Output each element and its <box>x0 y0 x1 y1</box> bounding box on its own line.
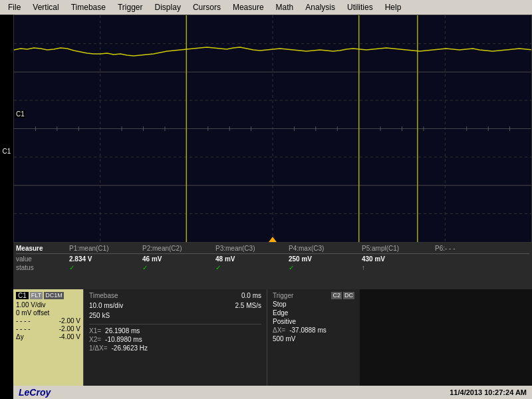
trig-source-row: Edge <box>273 309 354 317</box>
left-labels: C1 <box>0 15 13 399</box>
tb-perdiv-row: 10.0 ms/div 2.5 MS/s <box>89 302 261 309</box>
status-label: status <box>16 264 69 271</box>
ch-row3-value: -4.00 V <box>59 333 80 340</box>
trig-coupling-row: Positive <box>273 318 354 325</box>
vdiv-display: 1.00 V/div <box>16 301 80 309</box>
menu-trigger[interactable]: Trigger <box>112 1 148 13</box>
x2-value: -10.8980 ms <box>105 336 142 343</box>
menu-analysis[interactable]: Analysis <box>300 1 340 13</box>
p4-label: P4:max(C3) <box>289 245 362 252</box>
offset-display: 0 mV offset <box>16 309 80 317</box>
menu-display[interactable]: Display <box>150 1 186 13</box>
trigger-info-panel: Trigger C2 DC Stop Edge Positive ΔX= <box>267 289 360 386</box>
p6-label: P6:- - - <box>435 245 488 252</box>
trig-voltage-row: 500 mV <box>273 335 354 342</box>
p5-status: ↑ <box>362 264 435 271</box>
p3-status: ✓ <box>215 264 289 271</box>
delta-x-label: 1/ΔX= <box>89 344 108 352</box>
menu-measure[interactable]: Measure <box>227 1 269 13</box>
main-area: C1 <box>0 15 532 399</box>
dc1m-tag: DC1M <box>44 292 64 299</box>
menu-bar: File Vertical Timebase Trigger Display C… <box>0 0 532 15</box>
ch-row3: Δy -4.00 V <box>16 333 80 340</box>
trig-dc-tag: DC <box>343 292 354 299</box>
trig-source: Edge <box>273 309 288 317</box>
tb-header-row: Timebase 0.0 ms <box>89 292 261 299</box>
trig-mode-row: Stop <box>273 301 354 308</box>
menu-utilities[interactable]: Utilities <box>342 1 378 13</box>
trig-header: Trigger C2 DC <box>273 292 354 299</box>
trig-dx-label: ΔX= <box>273 327 285 334</box>
menu-math[interactable]: Math <box>271 1 299 13</box>
ch-row2: - - - - -2.00 V <box>16 325 80 332</box>
trig-label: Trigger <box>273 292 293 299</box>
bottom-spacer <box>360 289 532 386</box>
timebase-info-panel: Timebase 0.0 ms 10.0 ms/div 2.5 MS/s 250… <box>83 289 267 386</box>
c1-marker: C1 <box>15 110 25 118</box>
delta-x-row: 1/ΔX= -26.9623 Hz <box>89 344 261 352</box>
p1-value: 2.834 V <box>69 255 142 263</box>
menu-cursors[interactable]: Cursors <box>188 1 226 13</box>
p2-value: 46 mV <box>142 255 215 263</box>
trig-dx-row: ΔX= -37.0888 ms <box>273 327 354 334</box>
flt-tag: FLT <box>30 292 43 299</box>
trig-dx-value: -37.0888 ms <box>289 327 327 334</box>
tb-samplerate: 2.5 MS/s <box>235 302 261 309</box>
menu-vertical[interactable]: Vertical <box>27 1 64 13</box>
p4-status: ✓ <box>289 264 362 271</box>
p1-status: ✓ <box>69 264 142 271</box>
waveform-area[interactable]: C1 <box>13 15 532 243</box>
x1-label: X1= <box>89 327 101 334</box>
p3-value: 48 mV <box>215 255 289 263</box>
timestamp-bar: LeCroy 11/4/2013 10:27:24 AM <box>13 386 532 399</box>
ch-row2-label: - - - - <box>16 325 31 332</box>
trig-coupling: Positive <box>273 318 296 325</box>
grid-svg <box>14 15 531 242</box>
timestamp: 11/4/2013 10:27:24 AM <box>450 388 527 396</box>
cursor-triangle <box>269 237 277 242</box>
p1-label: P1:mean(C1) <box>69 245 142 252</box>
p5-value: 430 mV <box>362 255 435 263</box>
cursor-measurements: X1= 26.1908 ms X2= -10.8980 ms 1/ΔX= -26… <box>89 324 261 352</box>
trig-ch-tags: C2 DC <box>331 292 354 299</box>
status-row: status ✓ ✓ ✓ ✓ ↑ <box>16 264 529 271</box>
tb-samples-row: 250 kS <box>89 312 261 319</box>
x2-label: X2= <box>89 336 101 343</box>
measure-title: Measure <box>16 245 69 252</box>
value-label: value <box>16 255 69 263</box>
menu-help[interactable]: Help <box>380 1 407 13</box>
trig-ch-tag: C2 <box>331 292 342 299</box>
tb-value: 0.0 ms <box>241 292 261 299</box>
p5-label: P5:ampl(C1) <box>362 245 435 252</box>
ch-row1: - - - - -2.00 V <box>16 317 80 325</box>
trig-voltage: 500 mV <box>273 335 295 342</box>
ch-row3-label: Δy <box>16 333 24 340</box>
menu-file[interactable]: File <box>3 1 26 13</box>
bottom-section: C1 FLT DC1M 1.00 V/div 0 mV offset - - -… <box>13 289 532 386</box>
lecroy-logo: LeCroy <box>19 387 51 398</box>
measure-header: Measure P1:mean(C1) P2:mean(C2) P3:mean(… <box>16 244 529 254</box>
p2-label: P2:mean(C2) <box>142 245 215 252</box>
x1-row: X1= 26.1908 ms <box>89 327 261 334</box>
p3-label: P3:mean(C3) <box>215 245 289 252</box>
ch-row2-value: -2.00 V <box>59 325 80 332</box>
tb-perdiv: 10.0 ms/div <box>89 302 123 309</box>
ch-tag-row: C1 FLT DC1M <box>16 292 80 299</box>
p2-status: ✓ <box>142 264 215 271</box>
ch-row1-value: -2.00 V <box>59 317 80 325</box>
c1-left-marker: C1 <box>3 148 11 155</box>
value-row: value 2.834 V 46 mV 48 mV 250 mV 430 mV <box>16 255 529 263</box>
p4-value: 250 mV <box>289 255 362 263</box>
x2-row: X2= -10.8980 ms <box>89 336 261 343</box>
tb-label: Timebase <box>89 292 118 299</box>
menu-timebase[interactable]: Timebase <box>66 1 111 13</box>
p6-status <box>435 264 488 271</box>
delta-x-value: -26.9623 Hz <box>112 344 148 352</box>
trig-mode: Stop <box>273 301 287 308</box>
measure-bar: Measure P1:mean(C1) P2:mean(C2) P3:mean(… <box>13 243 532 289</box>
tb-samples: 250 kS <box>89 312 110 319</box>
p6-value <box>435 255 488 263</box>
ch-number-tag: C1 <box>16 292 29 299</box>
x1-value: 26.1908 ms <box>105 327 140 334</box>
ch-row1-label: - - - - <box>16 317 31 325</box>
